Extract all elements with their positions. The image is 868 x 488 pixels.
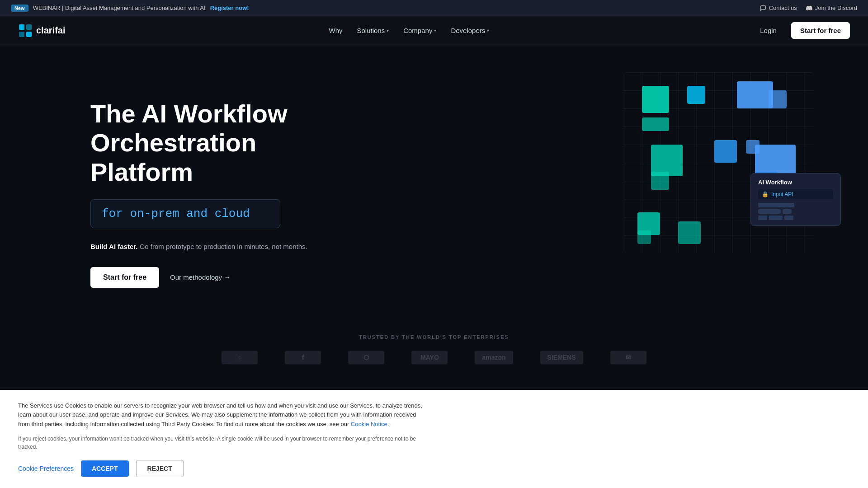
- chat-icon: [760, 5, 766, 11]
- logo-placeholder-mayo: MAYO: [411, 351, 448, 364]
- workflow-card-bars: [758, 203, 833, 220]
- logo-text: clarifai: [36, 25, 65, 36]
- discord-label: Join the Discord: [815, 5, 857, 11]
- nav-solutions[interactable]: Solutions ▾: [357, 27, 389, 34]
- cookie-subtext: If you reject cookies, your information …: [18, 435, 425, 451]
- puzzle-illustration: [624, 72, 814, 253]
- bar-row-1: [758, 203, 833, 207]
- hero-description: Build AI faster. Go from prototype to pr…: [90, 241, 344, 253]
- nav-why[interactable]: Why: [329, 27, 342, 34]
- svg-rect-6: [687, 86, 705, 104]
- register-link[interactable]: Register now!: [210, 5, 249, 11]
- announcement-right: Contact us Join the Discord: [760, 5, 857, 11]
- new-badge: New: [11, 5, 28, 12]
- svg-rect-11: [714, 140, 737, 163]
- svg-rect-1: [26, 24, 32, 30]
- chevron-down-icon: ▾: [387, 28, 389, 33]
- bar-item: [784, 216, 793, 220]
- bar-item: [783, 209, 792, 214]
- announcement-bar: New WEBINAR | Digital Asset Management a…: [0, 0, 868, 16]
- announcement-left: New WEBINAR | Digital Asset Management a…: [11, 5, 249, 12]
- svg-rect-7: [737, 81, 773, 108]
- login-button[interactable]: Login: [753, 23, 784, 38]
- hero-title: The AI Workflow Orchestration Platform: [90, 99, 344, 187]
- chevron-down-icon: ▾: [487, 28, 489, 33]
- cookie-banner: The Services use Cookies to enable our s…: [0, 390, 868, 488]
- navbar: clarifai Why Solutions ▾ Company ▾ Devel…: [0, 16, 868, 45]
- trusted-label: TRUSTED BY THE WORLD'S TOP ENTERPRISES: [0, 334, 868, 340]
- start-for-free-nav-button[interactable]: Start for free: [791, 22, 850, 39]
- hero-desc-rest: Go from prototype to production in minut…: [140, 243, 307, 250]
- trusted-logos: ○ f ⬡ MAYO amazon SIEMENS ✉: [0, 351, 868, 364]
- svg-rect-0: [19, 24, 24, 30]
- logo-placeholder: ⬡: [348, 351, 384, 364]
- svg-rect-3: [26, 32, 32, 37]
- hero-cta: Start for free Our methodology →: [90, 267, 344, 288]
- workflow-card-api: 🔒 Input API: [758, 189, 833, 199]
- logo-placeholder: ✉: [610, 351, 646, 364]
- hero-typed-text: for on-prem and cloud: [90, 199, 280, 228]
- lock-icon: 🔒: [762, 191, 769, 197]
- logo-placeholder: ○: [222, 351, 258, 364]
- nav-actions: Login Start for free: [753, 22, 850, 39]
- nav-company[interactable]: Company ▾: [403, 27, 436, 34]
- clarifai-logo-icon: [18, 23, 33, 38]
- reject-button[interactable]: REJECT: [136, 460, 184, 477]
- bar-item: [758, 216, 767, 220]
- svg-rect-8: [769, 90, 787, 108]
- cookie-content: The Services use Cookies to enable our s…: [18, 401, 425, 477]
- announcement-text: WEBINAR | Digital Asset Management and P…: [33, 5, 206, 11]
- svg-rect-10: [651, 172, 669, 190]
- logo-placeholder-siemens: SIEMENS: [540, 351, 583, 364]
- logo-placeholder-amazon: amazon: [475, 351, 513, 364]
- hero-content: The AI Workflow Orchestration Platform f…: [90, 81, 344, 288]
- svg-rect-2: [19, 32, 24, 37]
- accept-button[interactable]: ACCEPT: [81, 460, 129, 477]
- bar-row-2: [758, 209, 833, 214]
- bar-row-3: [758, 216, 833, 220]
- cookie-actions: Cookie Preferences ACCEPT REJECT: [18, 460, 425, 477]
- cookie-text: The Services use Cookies to enable our s…: [18, 401, 425, 429]
- trusted-section: TRUSTED BY THE WORLD'S TOP ENTERPRISES ○…: [0, 316, 868, 373]
- bar-item: [769, 216, 783, 220]
- contact-us-link[interactable]: Contact us: [760, 5, 797, 11]
- discord-link[interactable]: Join the Discord: [806, 5, 857, 11]
- workflow-card: AI Workflow 🔒 Input API: [750, 173, 841, 226]
- bar-item: [758, 203, 794, 207]
- svg-rect-5: [642, 117, 669, 131]
- discord-icon: [806, 5, 812, 11]
- start-for-free-hero-button[interactable]: Start for free: [90, 267, 159, 288]
- svg-rect-16: [637, 230, 651, 244]
- cookie-notice-link[interactable]: Cookie Notice.: [351, 421, 389, 427]
- nav-developers[interactable]: Developers ▾: [451, 27, 489, 34]
- logo-link[interactable]: clarifai: [18, 23, 65, 38]
- svg-rect-9: [651, 145, 683, 176]
- hero-section: The AI Workflow Orchestration Platform f…: [0, 45, 868, 316]
- chevron-down-icon: ▾: [434, 28, 436, 33]
- svg-rect-17: [678, 221, 701, 244]
- contact-label: Contact us: [769, 5, 797, 11]
- cookie-preferences-button[interactable]: Cookie Preferences: [18, 465, 74, 472]
- hero-illustration: AI Workflow 🔒 Input API: [624, 72, 814, 253]
- nav-links: Why Solutions ▾ Company ▾ Developers ▾: [329, 27, 489, 34]
- hero-desc-bold: Build AI faster.: [90, 243, 137, 250]
- bar-item: [758, 209, 781, 214]
- svg-rect-4: [642, 86, 669, 113]
- methodology-button[interactable]: Our methodology →: [170, 273, 231, 281]
- logo-placeholder: f: [285, 351, 321, 364]
- workflow-card-title: AI Workflow: [758, 179, 833, 186]
